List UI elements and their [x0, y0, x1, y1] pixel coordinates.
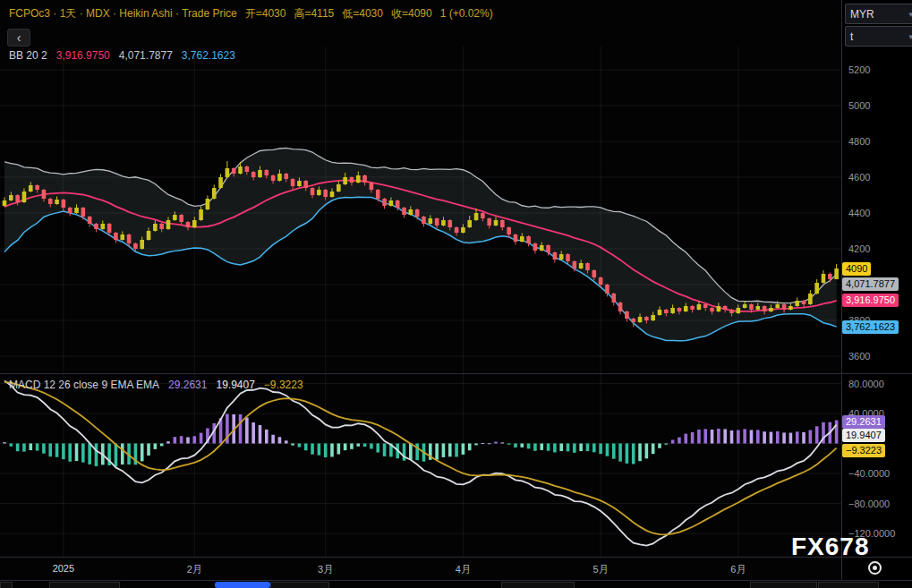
ohlc-high: 高=4115: [294, 7, 334, 20]
price-tick: 4800: [848, 136, 870, 147]
chevron-down-icon: ▾: [908, 10, 912, 19]
ohlc-close: 收=4090: [391, 7, 432, 20]
pane-separator[interactable]: [0, 373, 912, 374]
ohlc-low: 低=4030: [342, 7, 383, 20]
time-label: 6月: [730, 563, 746, 576]
symbol-title: FCPOc3 · 1天 · MDX · Heikin Ashi · Trade …: [9, 7, 237, 20]
bb-lower-badge: 3,762.1623: [842, 320, 899, 334]
macd-signal-value: −9.3223: [264, 379, 303, 391]
bottom-separator: [0, 580, 912, 581]
time-label: 3月: [318, 563, 333, 576]
price-tick: 4600: [848, 172, 870, 183]
unit-value: t: [850, 30, 853, 43]
unit-dropdown[interactable]: t ▾: [845, 26, 912, 47]
time-label: 2月: [187, 563, 202, 576]
macd-hist-value: 29.2631: [168, 379, 207, 391]
bottom-toolbar-chip[interactable]: [270, 582, 329, 588]
chart-canvas[interactable]: [0, 0, 841, 580]
macd-line-badge: 19.9407: [842, 429, 885, 442]
currency-dropdown[interactable]: MYR ▾: [845, 4, 912, 24]
chevron-down-icon: ▾: [908, 32, 912, 41]
time-label: 4月: [456, 563, 471, 576]
trading-chart-app: FCPOc3 · 1天 · MDX · Heikin Ashi · Trade …: [0, 0, 912, 588]
macd-line-value: 19.9407: [216, 379, 254, 391]
bottom-toolbar-chip[interactable]: [49, 582, 120, 588]
macd-tick: 80.0000: [848, 379, 884, 389]
time-axis-separator: [0, 557, 912, 558]
macd-tick: −40.0000: [848, 468, 890, 479]
macd-label: MACD 12 26 close 9 EMA EMA: [9, 379, 159, 391]
bb-basis-value: 3,916.9750: [56, 49, 110, 62]
ohlc-open: 开=4030: [245, 7, 286, 20]
price-tick: 5000: [848, 100, 870, 111]
symbol-header: FCPOc3 · 1天 · MDX · Heikin Ashi · Trade …: [9, 6, 501, 21]
bb-lower-value: 3,762.1623: [182, 49, 235, 62]
macd-legend[interactable]: MACD 12 26 close 9 EMA EMA29.263119.9407…: [9, 379, 312, 391]
bb-legend[interactable]: BB 20 23,916.97504,071.78773,762.1623: [9, 49, 244, 62]
fx678-ring-icon: [868, 561, 882, 575]
bb-upper-badge: 4,071.7877: [842, 277, 899, 291]
time-label: 5月: [593, 563, 609, 576]
bb-label: BB 20 2: [9, 49, 47, 62]
price-tick: 5200: [848, 64, 870, 75]
price-tick: 4200: [848, 243, 870, 254]
price-tick: 3600: [848, 351, 870, 362]
back-arrow-icon: ‹: [17, 30, 21, 45]
price-change: 1 (+0.02%): [440, 7, 493, 20]
bottom-toolbar-chip[interactable]: [750, 582, 817, 588]
macd-tick: −80.0000: [848, 499, 890, 509]
currency-value: MYR: [850, 8, 874, 21]
bottom-toolbar-chip[interactable]: [818, 582, 879, 588]
macd-hist-badge: 29.2631: [842, 415, 885, 429]
scrollbar-thumb[interactable]: [215, 582, 270, 588]
time-axis[interactable]: 20252月3月4月5月6月: [0, 557, 841, 580]
bb-upper-value: 4,071.7877: [119, 49, 173, 62]
bottom-toolbar-chip[interactable]: [501, 582, 575, 588]
bb-basis-badge: 3,916.9750: [842, 294, 899, 307]
time-label: 2025: [53, 563, 74, 574]
last-price-badge: 4090: [842, 262, 871, 276]
price-tick: 4400: [848, 208, 870, 218]
back-button[interactable]: ‹: [7, 29, 30, 47]
macd-signal-badge: −9.3223: [842, 444, 885, 457]
watermark-fx678: FX678: [791, 533, 870, 561]
bottom-toolbar-chip[interactable]: [0, 582, 13, 588]
